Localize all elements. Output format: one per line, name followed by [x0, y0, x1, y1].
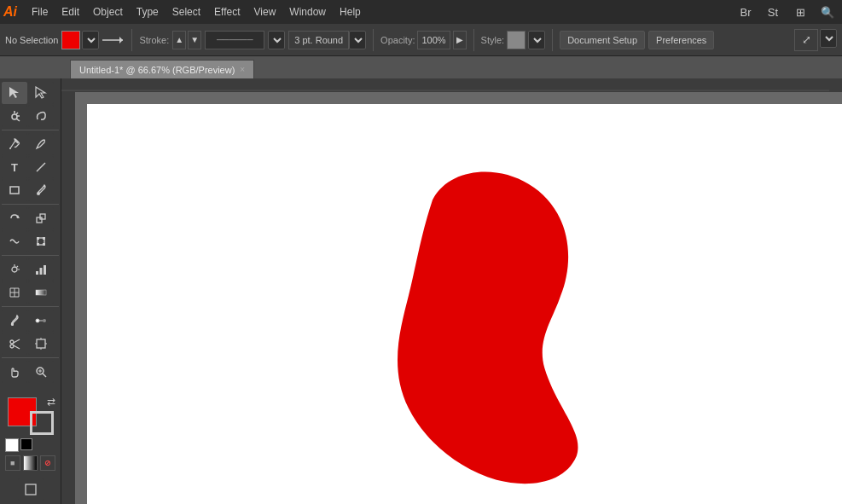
blend-tool[interactable]: [28, 310, 54, 332]
symbol-tool[interactable]: [2, 258, 27, 281]
preferences-button[interactable]: Preferences: [648, 31, 714, 49]
line-tool[interactable]: [28, 156, 54, 178]
tool-sep-3: [2, 255, 59, 256]
menu-object[interactable]: Object: [87, 3, 129, 20]
opacity-expand-btn[interactable]: ▶: [453, 31, 467, 49]
tab-close-btn[interactable]: ×: [240, 65, 245, 74]
scale-tool[interactable]: [28, 207, 54, 229]
type-tool[interactable]: T: [2, 156, 27, 178]
warp-tool[interactable]: [2, 230, 27, 252]
artwork-svg: [87, 104, 842, 504]
opacity-value[interactable]: 100%: [417, 31, 450, 49]
artboard-tool[interactable]: [28, 333, 54, 355]
stroke-color-large[interactable]: [30, 411, 54, 435]
tool-row-11: [2, 333, 59, 355]
svg-line-6: [16, 113, 18, 114]
svg-rect-29: [36, 290, 46, 295]
color-modes: ■ G ⊘: [5, 455, 55, 471]
svg-line-11: [37, 163, 45, 171]
svg-marker-1: [119, 37, 123, 43]
sep3: [473, 29, 474, 51]
lasso-tool[interactable]: [28, 105, 54, 127]
style-box[interactable]: [507, 31, 526, 49]
menu-window[interactable]: Window: [283, 3, 332, 20]
svg-point-22: [12, 267, 17, 272]
menu-select[interactable]: Select: [166, 3, 206, 20]
style-select[interactable]: ▼: [528, 31, 545, 49]
rotate-tool[interactable]: [2, 207, 27, 229]
toolbox-colors: ⇄ ■ G ⊘: [2, 394, 59, 474]
rect-tool[interactable]: [2, 179, 27, 201]
toolbar-icon-1[interactable]: ⤢: [794, 29, 818, 51]
hand-tool[interactable]: [2, 361, 27, 383]
menu-file[interactable]: File: [26, 3, 54, 20]
stroke-dash-preview[interactable]: ──────: [205, 31, 264, 49]
fill-stroke-toolbar: ▼: [61, 31, 125, 49]
stock-btn[interactable]: St: [762, 1, 784, 23]
magic-wand-tool[interactable]: [2, 105, 27, 127]
color-mode-none[interactable]: ⊘: [40, 455, 55, 471]
menu-view[interactable]: View: [248, 3, 282, 20]
paintbrush-tool[interactable]: [28, 179, 54, 201]
ruler-left-svg: [61, 92, 75, 504]
svg-rect-26: [36, 271, 38, 275]
mesh-tool[interactable]: [2, 281, 27, 304]
svg-point-35: [10, 345, 14, 348]
menu-help[interactable]: Help: [334, 3, 367, 20]
tool-sep-4: [2, 306, 59, 307]
toolbar-extra-select[interactable]: ▼: [820, 29, 837, 48]
document-tab[interactable]: Untitled-1* @ 66.67% (RGB/Preview) ×: [70, 60, 254, 78]
pen-tool[interactable]: [2, 133, 27, 155]
menu-edit[interactable]: Edit: [55, 3, 85, 20]
pencil-tool[interactable]: [28, 133, 54, 155]
selection-label: No Selection: [5, 35, 58, 45]
ruler-top: [61, 78, 842, 92]
workspace-btn[interactable]: ⊞: [789, 1, 811, 23]
menu-effect[interactable]: Effect: [208, 3, 246, 20]
style-section: Style: ▼: [481, 31, 546, 49]
svg-rect-12: [10, 187, 19, 194]
stroke-down-btn[interactable]: ▼: [188, 31, 201, 49]
tool-row-2: [2, 105, 59, 127]
eyedropper-tool[interactable]: [2, 310, 27, 332]
tool-sep-5: [2, 357, 59, 358]
zoom-tool[interactable]: [28, 361, 54, 383]
default-stroke-btn[interactable]: [20, 438, 32, 450]
svg-line-36: [13, 339, 20, 343]
free-transform-tool[interactable]: [28, 230, 54, 252]
tool-row-12: [2, 361, 59, 383]
scissors-tool[interactable]: [2, 333, 27, 355]
selection-tool[interactable]: [2, 82, 27, 104]
search-btn[interactable]: 🔍: [816, 1, 839, 23]
svg-rect-20: [37, 243, 39, 246]
menu-type[interactable]: Type: [131, 3, 165, 20]
ruler-top-svg: [61, 78, 842, 92]
direct-selection-tool[interactable]: [28, 82, 54, 104]
svg-rect-27: [40, 268, 43, 275]
color-mode-gradient[interactable]: G: [23, 455, 38, 471]
graph-tool[interactable]: [28, 258, 54, 281]
gradient-tool[interactable]: [28, 281, 54, 304]
artboard[interactable]: [87, 104, 842, 504]
toolbox: T: [0, 78, 61, 504]
svg-rect-18: [37, 237, 39, 240]
canvas-area[interactable]: [61, 78, 842, 504]
bridge-btn[interactable]: Br: [735, 1, 757, 23]
main-area: T: [0, 78, 842, 504]
fill-select[interactable]: ▼: [82, 31, 99, 49]
tool-row-8: [2, 258, 59, 281]
tab-bar: Untitled-1* @ 66.67% (RGB/Preview) ×: [0, 56, 842, 78]
color-mode-normal[interactable]: ■: [5, 455, 20, 471]
stroke-dash-select[interactable]: ▼: [268, 31, 285, 49]
swap-colors-btn[interactable]: ⇄: [47, 396, 55, 408]
svg-line-24: [17, 266, 18, 267]
doc-setup-button[interactable]: Document Setup: [560, 31, 645, 49]
sep2: [373, 29, 374, 51]
fill-color-box[interactable]: [61, 31, 80, 49]
default-fill-btn[interactable]: [5, 438, 19, 452]
stroke-up-btn[interactable]: ▲: [172, 31, 186, 49]
screen-mode-btn[interactable]: [18, 478, 44, 501]
stroke-cap-select[interactable]: ▼: [349, 31, 366, 49]
svg-point-13: [37, 192, 40, 195]
tool-row-4: T: [2, 156, 59, 178]
